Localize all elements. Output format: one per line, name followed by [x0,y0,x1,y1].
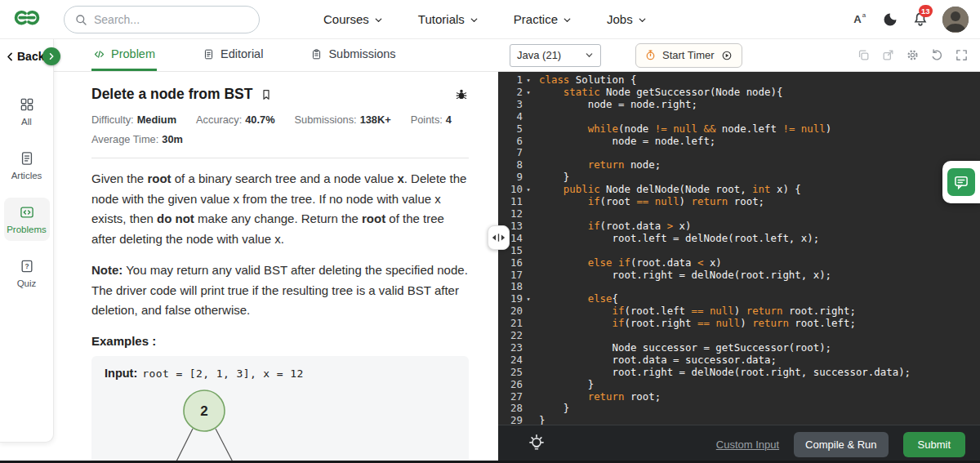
code-line[interactable]: 5 while(node != null && node.left != nul… [498,123,980,136]
code-line[interactable]: 12 [498,208,980,220]
code-line[interactable]: 10▾ public Node delNode(Node root, int x… [498,184,980,196]
left-sidebar: Back AllArticlesProblems?Quiz [0,39,54,443]
gfg-logo[interactable] [11,7,42,32]
bookmark-icon[interactable] [260,88,273,101]
code-line[interactable]: 8 return node; [498,159,980,171]
code-line[interactable]: 16 else if(root.data < x) [498,257,980,269]
svg-text:A: A [853,13,862,25]
discussion-float-button[interactable] [942,161,980,203]
code-line[interactable]: 21 if(root.right == null) return root.le… [498,318,980,330]
code-line[interactable]: 14 root.left = delNode(root.left, x); [498,233,980,245]
sidebar-item-quiz[interactable]: ?Quiz [4,252,50,295]
code-line[interactable]: 20 if(root.left == null) return root.rig… [498,305,980,318]
hint-lightbulb-button[interactable] [526,434,547,455]
divider [91,158,469,158]
sidebar-item-label: Articles [11,171,42,180]
fold-caret-icon[interactable]: ▾ [523,74,534,87]
code-line[interactable]: 24 root.data = successor.data; [498,354,980,367]
sidebar-item-articles[interactable]: Articles [4,144,50,187]
fold-spacer [523,281,534,293]
user-avatar[interactable] [942,7,969,33]
copy-icon[interactable] [857,48,871,62]
line-number: 27 [498,391,523,403]
code-text: class Solution { [534,74,636,87]
custom-input-link[interactable]: Custom Input [716,439,779,451]
sidebar-items: AllArticlesProblems?Quiz [0,90,53,295]
code-line[interactable]: 13 if(root.data > x) [498,220,980,233]
nav-item-tutorials[interactable]: Tutorials [418,12,479,26]
fold-caret-icon[interactable]: ▾ [523,293,534,305]
fold-caret-icon[interactable]: ▾ [523,87,534,99]
chat-icon [953,174,969,190]
tab-editorial[interactable]: Editorial [201,39,265,71]
chevron-down-icon [585,51,594,60]
line-number: 8 [498,159,523,171]
tab-problem[interactable]: Problem [91,39,157,71]
stat-label: Difficulty: [91,114,134,126]
code-line[interactable]: 7 [498,147,980,159]
nav-item-practice[interactable]: Practice [514,12,572,26]
fold-spacer [523,111,534,123]
nav-item-jobs[interactable]: Jobs [607,12,648,26]
panel-resize-handle[interactable] [488,225,510,250]
report-bug-icon[interactable] [454,87,469,102]
code-editor[interactable]: 1▾class Solution {2▾ static Node getSucc… [498,72,980,425]
back-label: Back [17,50,44,63]
code-line[interactable]: 3 node = node.right; [498,99,980,111]
export-icon[interactable] [881,48,895,62]
line-number: 19 [498,293,523,305]
fold-caret-icon[interactable]: ▾ [523,184,534,196]
code-line[interactable]: 17 root.right = delNode(root.right, x); [498,269,980,282]
nav-item-courses[interactable]: Courses [323,12,384,26]
settings-gear-icon[interactable] [906,48,920,62]
code-line[interactable]: 19▾ else{ [498,293,980,305]
translate-icon[interactable]: Aa [852,11,869,28]
code-text: if(root.data > x) [534,220,692,233]
notification-bell[interactable]: 13 [911,11,929,29]
fold-spacer [523,147,534,159]
code-line[interactable]: 27 return root; [498,391,980,403]
code-line[interactable]: 22 [498,330,980,342]
code-line[interactable]: 25 root.right = delNode(root.right, succ… [498,367,980,379]
compile-run-button[interactable]: Compile & Run [794,432,888,457]
line-number: 20 [498,305,523,318]
sidebar-item-all[interactable]: All [4,90,50,133]
search-icon [74,13,87,26]
editor-footer: Custom Input Compile & Run Submit [498,425,980,463]
sidebar-item-label: Problems [7,225,47,234]
start-timer-button[interactable]: Start Timer [635,43,742,68]
fullscreen-icon[interactable] [955,48,969,62]
timer-icon [644,49,657,61]
code-line[interactable]: 29} [498,415,980,425]
problem-stats-row2: Average Time:30m [91,133,469,145]
sidebar-expand-button[interactable] [42,47,60,65]
code-text: node = node.right; [534,99,697,111]
code-line[interactable]: 15 [498,245,980,257]
fold-spacer [523,136,534,148]
code-line[interactable]: 23 Node successor = getSuccessor(root); [498,342,980,354]
code-line[interactable]: 2▾ static Node getSuccessor(Node node){ [498,87,980,99]
resize-arrows-icon [492,232,506,243]
code-line[interactable]: 26 } [498,379,980,391]
code-text: node = node.left; [534,136,715,148]
code-line[interactable]: 4 [498,111,980,123]
svg-text:a: a [862,11,866,19]
tab-submissions[interactable]: Submissions [309,39,397,71]
code-line[interactable]: 28 } [498,403,980,415]
chevron-down-icon [373,15,384,25]
back-button[interactable]: Back [0,39,53,73]
dark-mode-moon-icon[interactable] [882,11,898,28]
code-line[interactable]: 11 if(root == null) return root; [498,196,980,208]
submit-button[interactable]: Submit [903,432,965,457]
code-line[interactable]: 6 node = node.left; [498,136,980,148]
line-number: 22 [498,330,523,342]
code-line[interactable]: 9 } [498,171,980,184]
code-line[interactable]: 1▾class Solution { [498,74,980,87]
sidebar-item-problems[interactable]: Problems [4,198,50,241]
code-line[interactable]: 18 [498,281,980,293]
language-select[interactable]: Java (21) [510,44,601,67]
reset-icon[interactable] [930,48,944,62]
line-number: 7 [498,147,523,159]
search-input[interactable] [94,13,249,26]
search-bar[interactable] [64,6,260,33]
